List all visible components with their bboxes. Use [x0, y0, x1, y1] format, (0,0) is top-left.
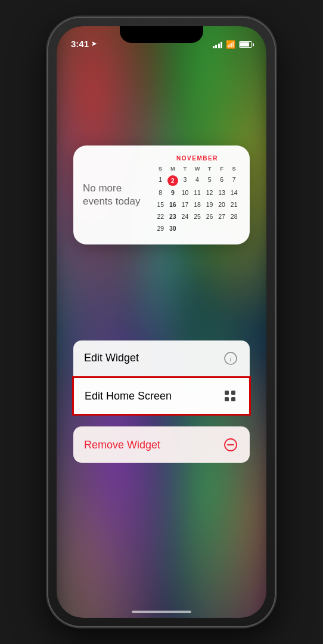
cal-25: 25 [191, 212, 204, 222]
grid-icon [222, 388, 238, 404]
status-icons: 📶 [213, 40, 253, 49]
cal-10: 10 [179, 188, 191, 199]
cal-11: 11 [191, 188, 204, 199]
cal-empty-4 [216, 224, 228, 234]
context-menu: Edit Widget i Edit Home Screen [73, 340, 250, 463]
signal-bar-2 [215, 45, 217, 48]
cal-4: 4 [191, 175, 204, 187]
cal-empty-5 [228, 224, 240, 234]
cal-28: 28 [228, 212, 240, 222]
cal-header-s1: S [154, 164, 167, 174]
time-display: 3:41 [71, 39, 89, 49]
cal-24: 24 [179, 212, 191, 222]
calendar-content: No more events today NOVEMBER S M T W T … [83, 155, 240, 235]
signal-icon [213, 41, 223, 48]
remove-widget-label: Remove Widget [84, 439, 160, 451]
signal-bar-1 [213, 46, 215, 48]
home-indicator [132, 611, 191, 613]
edit-widget-menu-item[interactable]: Edit Widget i [73, 340, 250, 377]
cal-5: 5 [203, 175, 216, 187]
cal-18: 18 [191, 200, 204, 210]
cal-row-1: 1 2 3 4 5 6 7 [154, 175, 240, 187]
cal-13: 13 [216, 188, 228, 199]
signal-bar-3 [218, 44, 220, 48]
cal-empty-3 [203, 224, 216, 234]
cal-empty-2 [191, 224, 204, 234]
cal-23: 23 [167, 212, 179, 222]
svg-rect-5 [231, 397, 235, 401]
cal-8: 8 [154, 188, 167, 199]
cal-header-t2: T [203, 164, 216, 174]
cal-header-s2: S [228, 164, 240, 174]
cal-3: 3 [179, 175, 191, 187]
wifi-icon: 📶 [226, 40, 235, 49]
cal-row-2: 8 9 10 11 12 13 14 [154, 188, 240, 199]
cal-20: 20 [216, 200, 228, 210]
cal-27: 27 [216, 212, 228, 222]
calendar-header-row: S M T W T F S [154, 164, 240, 174]
cal-9: 9 [167, 188, 179, 199]
menu-separator [73, 416, 250, 420]
edit-widget-label: Edit Widget [84, 352, 139, 364]
phone-outer: 3:41 ➤ 📶 No more events today [48, 18, 275, 626]
status-time: 3:41 ➤ [71, 39, 97, 49]
svg-rect-2 [225, 391, 229, 395]
cal-30: 30 [167, 224, 179, 234]
cal-29: 29 [154, 224, 167, 234]
remove-widget-menu-item[interactable]: Remove Widget [73, 426, 250, 463]
cal-2: 2 [167, 175, 179, 187]
minus-circle-icon [222, 436, 239, 453]
context-overlay [57, 26, 266, 618]
location-icon: ➤ [91, 40, 97, 48]
cal-header-f: F [216, 164, 228, 174]
cal-7: 7 [228, 175, 240, 187]
cal-14: 14 [228, 188, 240, 199]
svg-rect-4 [225, 397, 229, 401]
cal-17: 17 [179, 200, 191, 210]
cal-15: 15 [154, 200, 167, 210]
signal-bar-4 [220, 42, 222, 48]
calendar-grid: NOVEMBER S M T W T F S 1 2 3 [154, 155, 240, 235]
cal-26: 26 [203, 212, 216, 222]
battery-fill [240, 42, 249, 47]
calendar-widget[interactable]: No more events today NOVEMBER S M T W T … [73, 145, 250, 244]
notch [120, 26, 203, 43]
cal-row-3: 15 16 17 18 19 20 21 [154, 200, 240, 210]
cal-empty-1 [179, 224, 191, 234]
cal-19: 19 [203, 200, 216, 210]
cal-12: 12 [203, 188, 216, 199]
cal-header-w: W [191, 164, 204, 174]
calendar-month: NOVEMBER [154, 155, 240, 162]
edit-home-screen-label: Edit Home Screen [85, 390, 172, 402]
cal-6: 6 [216, 175, 228, 187]
cal-header-t1: T [179, 164, 191, 174]
cal-header-m: M [167, 164, 179, 174]
cal-1: 1 [154, 175, 167, 187]
edit-home-screen-menu-item[interactable]: Edit Home Screen [72, 376, 251, 416]
cal-16: 16 [167, 200, 179, 210]
phone-screen: 3:41 ➤ 📶 No more events today [57, 26, 266, 618]
no-events-text: No more events today [83, 182, 148, 208]
svg-rect-3 [231, 391, 235, 395]
cal-21: 21 [228, 200, 240, 210]
battery-icon [239, 41, 252, 48]
info-icon: i [222, 350, 239, 367]
cal-row-5: 29 30 [154, 224, 240, 234]
svg-text:i: i [229, 354, 231, 363]
cal-22: 22 [154, 212, 167, 222]
cal-row-4: 22 23 24 25 26 27 28 [154, 212, 240, 222]
